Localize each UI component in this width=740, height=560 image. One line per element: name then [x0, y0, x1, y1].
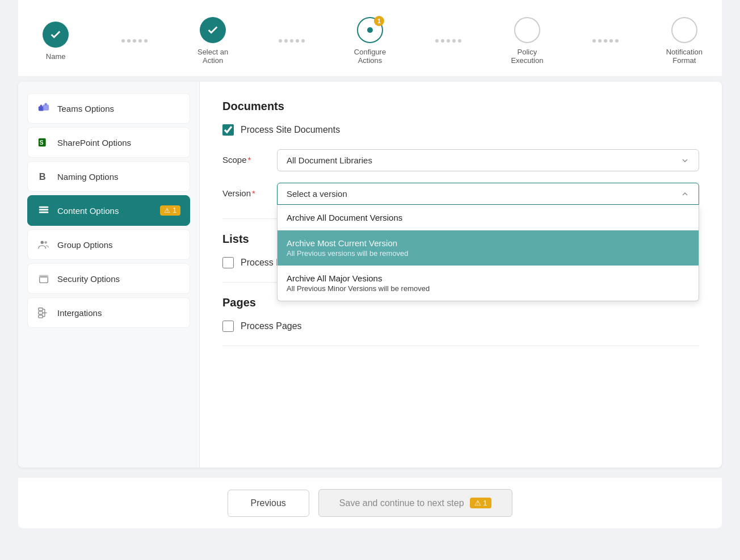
svg-point-11	[44, 241, 47, 244]
sidebar: Teams Options S SharePoint Options B Nam…	[18, 82, 200, 468]
teams-icon	[37, 102, 51, 115]
configure-actions-badge: 1	[374, 16, 384, 26]
scope-control: All Document Libraries	[277, 149, 699, 171]
step-policy-execution[interactable]: Policy Execution	[501, 17, 553, 65]
svg-rect-17	[39, 315, 43, 318]
process-pages-checkbox[interactable]	[222, 321, 234, 332]
sidebar-item-teams-options[interactable]: Teams Options	[27, 93, 190, 124]
version-option-archive-current-label: Archive Most Current Version	[287, 238, 689, 248]
version-chevron-icon	[680, 190, 689, 199]
step-select-action-label: Select an Action	[187, 48, 239, 65]
svg-rect-1	[43, 105, 49, 111]
step-notification-format[interactable]: Notification Format	[658, 17, 710, 65]
sidebar-item-sharepoint-options[interactable]: S SharePoint Options	[27, 127, 190, 158]
previous-button[interactable]: Previous	[228, 490, 309, 517]
step-policy-execution-circle	[514, 17, 540, 43]
scope-chevron-icon	[680, 156, 689, 165]
svg-rect-8	[39, 209, 49, 210]
svg-rect-9	[39, 212, 49, 213]
sidebar-item-sharepoint-options-label: SharePoint Options	[57, 138, 131, 148]
group-icon	[37, 238, 51, 251]
sidebar-item-group-options-label: Group Options	[57, 240, 113, 250]
save-warning-badge: ⚠ 1	[470, 498, 492, 508]
scope-label: Scope*	[222, 149, 268, 165]
step-configure-actions[interactable]: 1 Configure Actions	[344, 17, 396, 65]
sidebar-item-naming-options[interactable]: B Naming Options	[27, 161, 190, 192]
save-continue-button[interactable]: Save and continue to next step ⚠ 1	[318, 489, 513, 517]
svg-rect-7	[39, 207, 49, 208]
sharepoint-icon: S	[37, 136, 51, 149]
integrations-icon	[37, 306, 51, 319]
save-continue-label: Save and continue to next step	[339, 498, 464, 508]
content-area: Documents Process Site Documents Scope* …	[200, 82, 722, 468]
version-control: Select a version Archive All Document Ve…	[277, 183, 699, 205]
pages-section: Pages Process Pages	[222, 296, 699, 332]
version-option-archive-current-subtitle: All Previous versions will be removed	[287, 249, 689, 258]
step-name-label: Name	[46, 52, 66, 61]
version-option-archive-major[interactable]: Archive All Major Vesions All Previous M…	[278, 266, 699, 301]
sidebar-item-content-options-label: Content Options	[57, 206, 119, 216]
sidebar-item-integrations-label: Intergations	[57, 308, 102, 318]
version-placeholder: Select a version	[287, 189, 347, 199]
step-select-action[interactable]: Select an Action	[187, 17, 239, 65]
documents-section: Documents Process Site Documents Scope* …	[222, 100, 699, 205]
sidebar-item-teams-options-label: Teams Options	[57, 104, 114, 113]
content-icon	[37, 204, 51, 217]
process-site-documents-checkbox[interactable]	[222, 124, 234, 136]
process-pages-row: Process Pages	[222, 321, 699, 332]
version-option-archive-major-subtitle: All Previous Minor Versions will be remo…	[287, 284, 689, 293]
naming-icon: B	[37, 170, 51, 183]
scope-required-star: *	[248, 155, 251, 165]
step-dots-2	[239, 39, 344, 43]
svg-text:B: B	[39, 171, 46, 182]
step-notification-format-circle	[671, 17, 697, 43]
step-dots-4	[553, 39, 658, 43]
svg-point-10	[41, 241, 44, 245]
step-select-action-circle	[200, 17, 226, 43]
security-icon	[37, 272, 51, 285]
documents-title: Documents	[222, 100, 699, 113]
sidebar-item-naming-options-label: Naming Options	[57, 172, 119, 182]
step-name-circle	[43, 22, 69, 48]
step-notification-format-label: Notification Format	[658, 48, 710, 65]
version-option-archive-all[interactable]: Archive All Document Versions	[278, 205, 699, 230]
bottom-bar: Previous Save and continue to next step …	[18, 478, 722, 528]
sidebar-item-content-options[interactable]: Content Options ⚠ 1	[27, 195, 190, 226]
step-dots-3	[396, 39, 501, 43]
svg-rect-14	[40, 276, 48, 277]
version-label: Version*	[222, 183, 268, 198]
svg-point-3	[40, 105, 43, 107]
version-field-row: Version* Select a version Archive All Do…	[222, 183, 699, 205]
sidebar-item-security-options-label: Security Options	[57, 274, 120, 284]
svg-point-2	[44, 103, 47, 106]
sidebar-item-group-options[interactable]: Group Options	[27, 229, 190, 260]
process-lists-checkbox[interactable]	[222, 257, 234, 268]
stepper: Name Select an Action 1 Configure Action…	[18, 0, 722, 76]
sidebar-item-integrations[interactable]: Intergations	[27, 297, 190, 328]
process-pages-label[interactable]: Process Pages	[241, 321, 302, 331]
version-dropdown-menu: Archive All Document Versions Archive Mo…	[277, 205, 699, 301]
svg-text:S: S	[40, 140, 44, 146]
scope-field-row: Scope* All Document Libraries	[222, 149, 699, 171]
sidebar-item-security-options[interactable]: Security Options	[27, 263, 190, 294]
svg-rect-15	[39, 308, 43, 311]
step-configure-actions-circle: 1	[357, 17, 383, 43]
step-name[interactable]: Name	[30, 22, 82, 61]
main-container: Teams Options S SharePoint Options B Nam…	[18, 82, 722, 468]
process-site-documents-label[interactable]: Process Site Documents	[241, 125, 340, 135]
process-site-documents-row: Process Site Documents	[222, 124, 699, 136]
content-options-warning-badge: ⚠ 1	[160, 205, 180, 216]
step-dots-1	[82, 39, 187, 43]
svg-rect-16	[39, 311, 43, 314]
version-option-archive-all-label: Archive All Document Versions	[287, 213, 689, 222]
step-configure-actions-label: Configure Actions	[344, 48, 396, 65]
divider-3	[222, 346, 699, 346]
scope-select[interactable]: All Document Libraries	[277, 149, 699, 171]
scope-value: All Document Libraries	[287, 155, 372, 165]
version-option-archive-current[interactable]: Archive Most Current Version All Previou…	[278, 230, 699, 266]
version-select[interactable]: Select a version	[277, 183, 699, 205]
version-option-archive-major-label: Archive All Major Vesions	[287, 273, 689, 283]
step-policy-execution-label: Policy Execution	[501, 48, 553, 65]
version-required-star: *	[252, 188, 255, 198]
